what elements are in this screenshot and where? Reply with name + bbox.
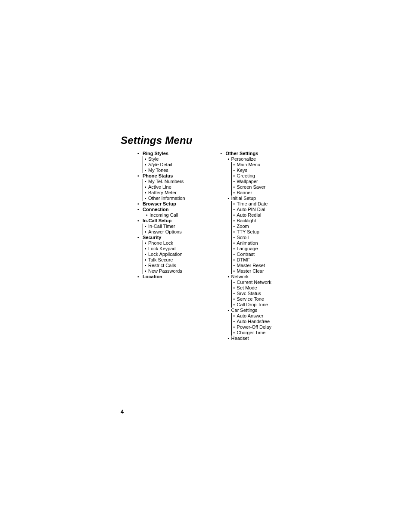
menu-item-label: Call Drop Tone (237, 302, 268, 307)
menu-item-label: Browser Setup (143, 201, 176, 206)
menu-item-label: Answer Options (148, 229, 182, 234)
page: Settings Menu Ring StylesStyleStyle Deta… (0, 0, 411, 532)
menu-item-label: Style (148, 156, 159, 162)
menu-item: Lock Keypad (143, 246, 185, 252)
menu-item-label: Master Clear (237, 268, 264, 274)
menu-item: Zoom (232, 224, 272, 229)
menu-item: Backlight (232, 218, 272, 224)
menu-item-label: Time and Date (237, 201, 268, 206)
menu-item: Current Network (232, 280, 272, 285)
column-left: Ring StylesStyleStyle DetailMy TonesPhon… (139, 151, 185, 341)
menu-item-label: TTY Setup (237, 229, 259, 234)
menu-item: Auto PIN Dial (232, 207, 272, 212)
submenu: Main MenuKeysGreetingWallpaperScreen Sav… (231, 162, 272, 196)
menu-item-label: Scroll (237, 235, 249, 240)
menu-item: Master Reset (232, 263, 272, 268)
menu-item-label: In-Call Setup (143, 218, 171, 223)
menu-item: Charger Time (232, 330, 272, 336)
submenu: Auto AnswerAuto HandsfreePower-Off Delay… (231, 313, 272, 336)
menu-item: Incoming Call (144, 212, 185, 218)
menu-item: NetworkCurrent NetworkSet ModeSrvc Statu… (226, 274, 272, 308)
menu-tree-left: Ring StylesStyleStyle DetailMy TonesPhon… (139, 151, 185, 280)
menu-item-label: Style Detail (148, 162, 172, 167)
menu-item-label: Auto Redial (237, 212, 262, 218)
menu-item-label: DTMF (237, 257, 250, 262)
menu-item-label: Auto Handsfree (237, 319, 270, 324)
menu-item-label: Location (143, 274, 162, 279)
menu-item: In-Call SetupIn-Call TimerAnswer Options (139, 218, 185, 235)
menu-item-label: Lock Application (148, 252, 183, 257)
menu-item-label: Car Settings (231, 308, 258, 313)
menu-item: DTMF (232, 257, 272, 263)
submenu: Time and DateAuto PIN DialAuto RedialBac… (231, 201, 272, 274)
menu-item: Master Clear (232, 268, 272, 274)
menu-item: Banner (232, 190, 272, 196)
menu-item-label: Battery Meter (148, 190, 177, 195)
menu-item: TTY Setup (232, 229, 272, 235)
menu-item: Screen Saver (232, 184, 272, 190)
menu-item-label: Contrast (237, 252, 255, 257)
menu-item: Talk Secure (143, 257, 185, 263)
menu-item-label: Wallpaper (237, 179, 258, 184)
menu-item: Contrast (232, 252, 272, 257)
menu-item-label: Screen Saver (237, 184, 266, 190)
menu-item: ConnectionIncoming Call (139, 207, 185, 218)
menu-item: Style (143, 156, 185, 162)
menu-item-label: Initial Setup (231, 196, 256, 201)
menu-item: Active Line (143, 184, 185, 190)
menu-item-label: Banner (237, 190, 252, 195)
menu-item-label: Network (231, 274, 249, 279)
menu-item-label: Auto PIN Dial (237, 207, 265, 212)
menu-item-label: Language (237, 246, 258, 251)
menu-item-label: Connection (143, 207, 169, 212)
column-right: Other SettingsPersonalizeMain MenuKeysGr… (222, 151, 272, 341)
menu-item: Location (139, 274, 185, 280)
menu-item-label: Auto Answer (237, 313, 264, 318)
menu-item-label: Personalize (231, 156, 256, 162)
menu-item: Language (232, 246, 272, 252)
menu-item-label: Talk Secure (148, 257, 173, 262)
menu-item: Scroll (232, 235, 272, 240)
menu-item: Time and Date (232, 201, 272, 207)
menu-item: Srvc Status (232, 291, 272, 296)
menu-item-label: My Tones (148, 168, 168, 173)
menu-item: Browser Setup (139, 201, 185, 207)
menu-item-label: Keys (237, 168, 247, 173)
menu-item: Auto Answer (232, 313, 272, 319)
menu-tree-right: Other SettingsPersonalizeMain MenuKeysGr… (222, 151, 272, 341)
menu-item: Animation (232, 240, 272, 246)
menu-item: My Tel. Numbers (143, 179, 185, 184)
menu-item-label: Greeting (237, 173, 255, 178)
menu-item: Service Tone (232, 296, 272, 302)
menu-item-label: Restrict Calls (148, 263, 176, 268)
menu-item: Battery Meter (143, 190, 185, 196)
menu-item: In-Call Timer (143, 224, 185, 229)
menu-item: Keys (232, 168, 272, 173)
menu-item: Headset (226, 336, 272, 341)
menu-item-label: My Tel. Numbers (148, 179, 184, 184)
menu-item: My Tones (143, 168, 185, 173)
menu-item-label: Backlight (237, 218, 256, 223)
menu-item-label: Master Reset (237, 263, 265, 268)
submenu: My Tel. NumbersActive LineBattery MeterO… (143, 179, 185, 201)
menu-item-label: Active Line (148, 184, 171, 190)
menu-item-label: Zoom (237, 224, 249, 229)
menu-item-label: Current Network (237, 280, 271, 285)
menu-item: Main Menu (232, 162, 272, 168)
submenu: In-Call TimerAnswer Options (143, 224, 185, 235)
menu-item-label: Phone Lock (148, 240, 173, 246)
menu-item: Greeting (232, 173, 272, 179)
menu-item-label: Main Menu (237, 162, 260, 167)
menu-item-label: New Passwords (148, 268, 182, 274)
submenu: StyleStyle DetailMy Tones (143, 156, 185, 173)
menu-item: New Passwords (143, 268, 185, 274)
menu-item: Answer Options (143, 229, 185, 235)
menu-item-label: Other Information (148, 196, 185, 201)
menu-item-label: Headset (231, 336, 249, 341)
menu-item: Ring StylesStyleStyle DetailMy Tones (139, 151, 185, 173)
menu-item: Restrict Calls (143, 263, 185, 268)
menu-item-label: In-Call Timer (148, 224, 175, 229)
menu-item-label: Lock Keypad (148, 246, 176, 251)
menu-item: Set Mode (232, 285, 272, 291)
menu-item: Car SettingsAuto AnswerAuto HandsfreePow… (226, 308, 272, 336)
